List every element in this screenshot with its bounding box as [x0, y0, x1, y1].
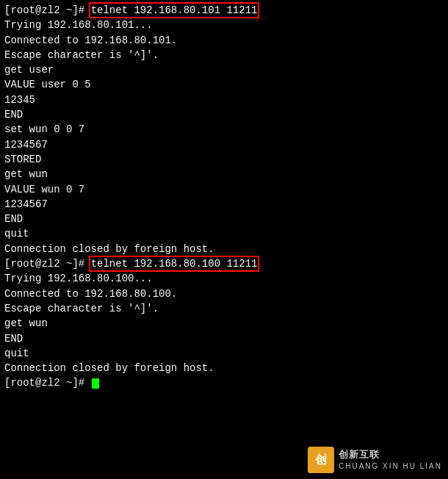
- terminal-line: END: [4, 331, 444, 346]
- prompt: [root@zl2 ~]#: [4, 377, 91, 389]
- terminal-line: Connected to 192.168.80.100.: [4, 287, 444, 301]
- terminal-line: END: [4, 212, 444, 226]
- terminal-line: get wun: [4, 167, 444, 181]
- prompt: [root@zl2 ~]#: [4, 4, 91, 16]
- terminal-line: quit: [4, 346, 444, 361]
- terminal-line: Connection closed by foreign host.: [4, 361, 444, 375]
- terminal-line: [root@zl2 ~]# telnet 192.168.80.100 1121…: [4, 256, 444, 271]
- watermark-logo-icon: 创: [308, 447, 334, 473]
- terminal-window: [root@zl2 ~]# telnet 192.168.80.101 1121…: [0, 0, 448, 479]
- watermark-text: 创新互联 CHUANG XIN HU LIAN: [339, 448, 442, 472]
- watermark-brand-name: 创新互联: [339, 448, 442, 461]
- terminal-line: VALUE user 0 5: [4, 77, 444, 92]
- prompt: [root@zl2 ~]#: [4, 258, 91, 270]
- terminal-line: [root@zl2 ~]# telnet 192.168.80.101 1121…: [4, 3, 444, 18]
- terminal-line: Escape character is '^]'.: [4, 48, 444, 62]
- cursor: [92, 378, 99, 389]
- terminal-line: STORED: [4, 152, 444, 167]
- watermark-brand-pinyin: CHUANG XIN HU LIAN: [339, 461, 442, 472]
- svg-text:创: 创: [314, 453, 327, 466]
- terminal-prompt-line: [root@zl2 ~]#: [4, 375, 444, 390]
- terminal-line: get wun: [4, 316, 444, 331]
- terminal-line: Connected to 192.168.80.101.: [4, 33, 444, 48]
- terminal-line: END: [4, 107, 444, 122]
- watermark: 创 创新互联 CHUANG XIN HU LIAN: [308, 447, 442, 473]
- terminal-line: Escape character is '^]'.: [4, 301, 444, 316]
- terminal-line: 1234567: [4, 197, 444, 212]
- terminal-line: 1234567: [4, 137, 444, 152]
- terminal-line: set wun 0 0 7: [4, 122, 444, 137]
- terminal-line: 12345: [4, 93, 444, 107]
- highlighted-command-2: telnet 192.168.80.100 11211: [91, 258, 258, 270]
- terminal-line: get user: [4, 62, 444, 77]
- terminal-line: VALUE wun 0 7: [4, 182, 444, 197]
- terminal-line: quit: [4, 226, 444, 241]
- terminal-line: Trying 192.168.80.100...: [4, 271, 444, 286]
- terminal-line: Trying 192.168.80.101...: [4, 18, 444, 32]
- terminal-line: Connection closed by foreign host.: [4, 242, 444, 256]
- highlighted-command: telnet 192.168.80.101 11211: [91, 4, 258, 16]
